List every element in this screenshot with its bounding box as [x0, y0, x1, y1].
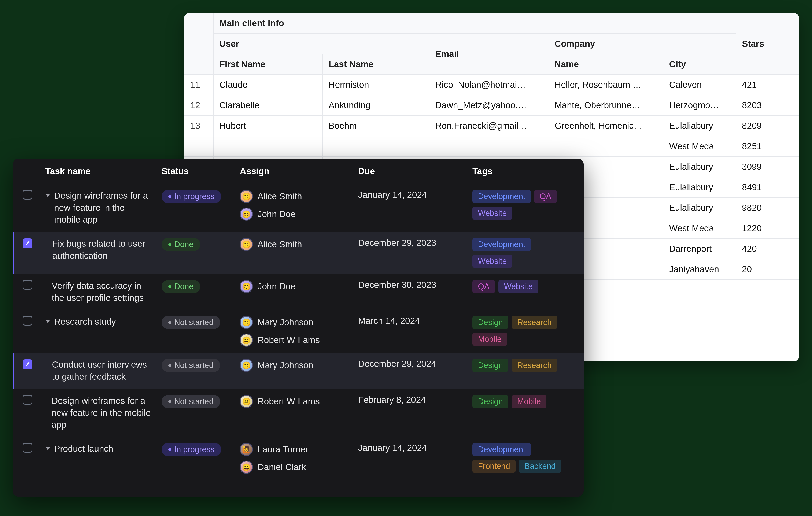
assignee[interactable]: 😊John Doe	[240, 208, 348, 221]
row-checkbox[interactable]	[23, 238, 32, 248]
status-badge[interactable]: Not started	[162, 359, 220, 372]
expand-icon[interactable]	[45, 194, 50, 197]
task-row[interactable]: Conduct user interviews to gather feedba…	[13, 353, 584, 389]
cell-email	[429, 136, 549, 157]
cell-stars: 8491	[736, 177, 799, 198]
cell-stars: 1220	[736, 218, 799, 239]
status-badge[interactable]: Done	[162, 238, 200, 251]
task-name: Design wireframes for a new feature in t…	[54, 190, 151, 226]
task-row[interactable]: Research study Not started 🙂Mary Johnson…	[13, 310, 584, 353]
task-row[interactable]: Fix bugs related to user authentication …	[13, 232, 584, 274]
header-user: User	[213, 34, 429, 54]
header-status[interactable]: Status	[156, 166, 235, 176]
header-company-name[interactable]: Name	[549, 54, 663, 74]
row-checkbox[interactable]	[23, 190, 32, 200]
status-badge[interactable]: Not started	[162, 395, 220, 408]
task-name: Design wireframes for a new feature in t…	[51, 395, 151, 431]
cell-email: Rico_Nolan@hotmai…	[429, 74, 549, 95]
assignee[interactable]: 😀Daniel Clark	[240, 461, 348, 474]
assignee[interactable]: 🙂Mary Johnson	[240, 316, 348, 329]
due-date: February 8, 2024	[353, 395, 467, 405]
cell-stars: 420	[736, 239, 799, 259]
cell-city: Janiyahaven	[663, 259, 736, 280]
cell-email: Dawn_Metz@yahoo.…	[429, 95, 549, 116]
avatar: 🙂	[240, 359, 253, 372]
avatar: 🙋	[240, 443, 253, 456]
expand-icon[interactable]	[45, 320, 50, 323]
header-first-name[interactable]: First Name	[213, 54, 322, 74]
status-badge[interactable]: In progress	[162, 443, 221, 456]
table-row[interactable]: West Meda8251	[184, 136, 799, 157]
task-row[interactable]: Design wireframes for a new feature in t…	[13, 184, 584, 232]
tag[interactable]: Website	[498, 280, 539, 293]
cell-company: Heller, Rosenbaum …	[549, 74, 663, 95]
row-checkbox[interactable]	[23, 316, 32, 326]
header-main-client-info: Main client info	[213, 13, 736, 34]
row-checkbox[interactable]	[23, 359, 32, 369]
assignee[interactable]: 😊John Doe	[240, 280, 348, 293]
header-city[interactable]: City	[663, 54, 736, 74]
tag[interactable]: Design	[472, 395, 509, 408]
assignee[interactable]: 🙂Mary Johnson	[240, 359, 348, 372]
tag[interactable]: Design	[472, 316, 509, 329]
task-row[interactable]: Product launch In progress 🙋Laura Turner…	[13, 437, 584, 480]
tag[interactable]: Website	[472, 254, 512, 268]
assignee[interactable]: 😐Robert Williams	[240, 395, 348, 408]
cell-company: Mante, Oberbrunne…	[549, 95, 663, 116]
header-index	[184, 13, 213, 74]
avatar: 😐	[240, 334, 253, 347]
assignee[interactable]: 😐Robert Williams	[240, 334, 348, 347]
row-index: 13	[184, 116, 213, 136]
tag[interactable]: Mobile	[472, 333, 507, 346]
tag[interactable]: Backend	[519, 460, 561, 473]
assignee[interactable]: 🙂Alice Smith	[240, 190, 348, 203]
header-assign[interactable]: Assign	[235, 166, 353, 176]
row-checkbox[interactable]	[23, 280, 32, 290]
tag[interactable]: Development	[472, 443, 531, 456]
row-index	[184, 136, 213, 157]
header-task-name[interactable]: Task name	[40, 166, 156, 176]
tag[interactable]: Development	[472, 190, 531, 203]
task-name: Fix bugs related to user authentication	[53, 238, 151, 262]
avatar: 🙂	[240, 190, 253, 203]
expand-icon	[45, 284, 48, 287]
task-row[interactable]: Verify data accuracy in the user profile…	[13, 274, 584, 310]
table-row[interactable]: 12ClarabelleAnkundingDawn_Metz@yahoo.…Ma…	[184, 95, 799, 116]
table-row[interactable]: 11ClaudeHermistonRico_Nolan@hotmai…Helle…	[184, 74, 799, 95]
status-badge[interactable]: In progress	[162, 190, 221, 203]
tag[interactable]: Research	[512, 316, 557, 329]
tag[interactable]: Design	[472, 359, 509, 372]
cell-stars: 8203	[736, 95, 799, 116]
status-badge[interactable]: Not started	[162, 316, 220, 329]
expand-icon[interactable]	[45, 447, 50, 450]
header-tags[interactable]: Tags	[467, 166, 579, 176]
row-checkbox[interactable]	[23, 395, 32, 404]
cell-email: Ron.Franecki@gmail…	[429, 116, 549, 136]
header-email[interactable]: Email	[429, 34, 549, 74]
assignee[interactable]: 🙋Laura Turner	[240, 443, 348, 456]
tag[interactable]: Development	[472, 238, 531, 251]
cell-stars: 421	[736, 74, 799, 95]
tag[interactable]: QA	[472, 280, 495, 293]
assignee[interactable]: 🙂Alice Smith	[240, 238, 348, 251]
tag[interactable]: Mobile	[512, 395, 546, 408]
due-date: January 14, 2024	[353, 190, 467, 200]
tag[interactable]: Research	[512, 359, 557, 372]
header-last-name[interactable]: Last Name	[322, 54, 429, 74]
header-due[interactable]: Due	[353, 166, 467, 176]
header-stars[interactable]: Stars	[736, 13, 799, 74]
tag[interactable]: QA	[534, 190, 557, 203]
avatar: 😊	[240, 208, 253, 221]
tasks-card: Task name Status Assign Due Tags Design …	[13, 158, 584, 497]
table-row[interactable]: 13HubertBoehmRon.Franecki@gmail…Greenhol…	[184, 116, 799, 136]
row-checkbox[interactable]	[23, 443, 32, 453]
tag[interactable]: Frontend	[472, 460, 516, 473]
tag[interactable]: Website	[472, 207, 512, 220]
cell-company	[549, 136, 663, 157]
due-date: December 29, 2024	[353, 359, 467, 369]
task-row[interactable]: Design wireframes for a new feature in t…	[13, 389, 584, 437]
avatar: 🙂	[240, 316, 253, 329]
status-badge[interactable]: Done	[162, 280, 200, 293]
cell-stars: 9820	[736, 198, 799, 218]
avatar: 🙂	[240, 238, 253, 251]
